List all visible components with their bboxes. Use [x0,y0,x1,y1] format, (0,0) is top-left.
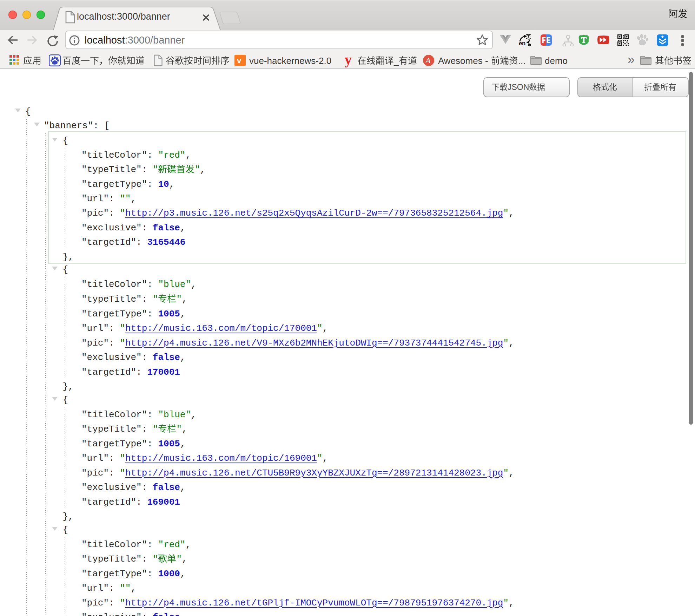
svg-text:v: v [237,56,241,65]
svg-text:A: A [425,56,431,65]
